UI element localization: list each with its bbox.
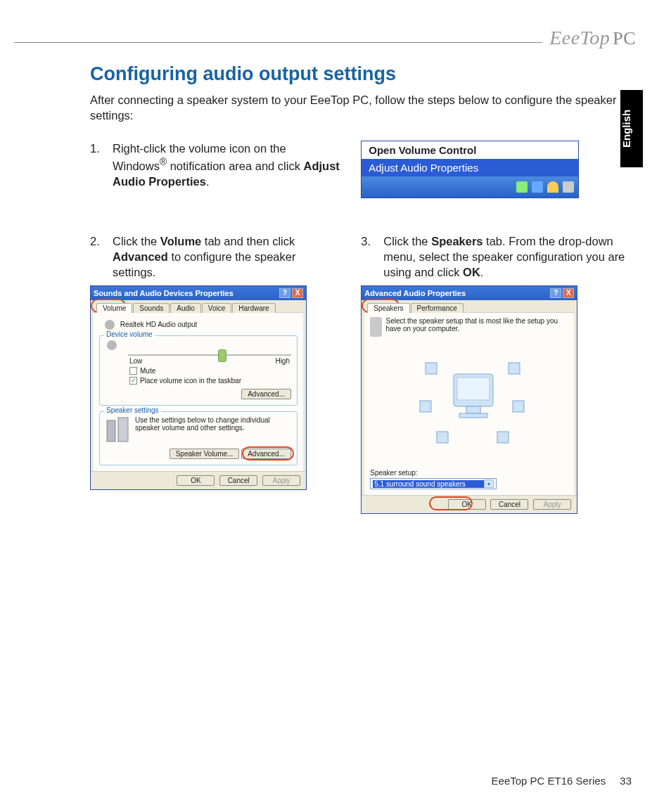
tab-volume[interactable]: Volume <box>96 303 132 313</box>
step-text: . <box>480 266 484 278</box>
dropdown-selected: 5.1 surround sound speakers <box>373 480 484 488</box>
svg-rect-7 <box>509 363 520 374</box>
superscript: ® <box>160 157 167 167</box>
audio-device-name: Realtek HD Audio output <box>120 321 198 328</box>
step-text: . <box>206 175 210 188</box>
mute-label: Mute <box>140 367 155 375</box>
page-footer: EeeTop PC ET16 Series 33 <box>492 775 632 787</box>
apply-button[interactable]: Apply <box>533 499 571 510</box>
close-button[interactable]: X <box>563 288 574 298</box>
tab-speakers[interactable]: Speakers <box>367 303 409 313</box>
menu-item-open-volume[interactable]: Open Volume Control <box>362 141 578 159</box>
step-text: Click the <box>383 235 431 247</box>
cancel-button[interactable]: Cancel <box>219 475 257 486</box>
mute-checkbox[interactable] <box>129 367 137 375</box>
step-1-text: Right-click the volume icon on the Windo… <box>113 141 340 189</box>
step-number: 2. <box>90 233 113 281</box>
svg-rect-5 <box>459 413 487 418</box>
step-text: notification area and click <box>167 159 303 172</box>
dropdown-arrow-icon: ▾ <box>484 479 494 488</box>
group-legend: Speaker settings <box>104 406 161 414</box>
svg-rect-11 <box>497 432 509 443</box>
slider-low-label: Low <box>129 357 142 365</box>
tray-icon <box>516 181 528 193</box>
tab-voice[interactable]: Voice <box>202 303 231 313</box>
tab-bar: Speakers Performance <box>364 303 574 313</box>
svg-rect-0 <box>107 420 115 442</box>
volume-slider[interactable] <box>128 354 291 356</box>
svg-rect-10 <box>437 432 448 443</box>
dialog-titlebar: Advanced Audio Properties ? X <box>362 286 577 300</box>
close-button[interactable]: X <box>292 288 303 298</box>
page-content: Configuring audio output settings After … <box>90 63 639 514</box>
step-bold: OK <box>463 266 480 278</box>
speaker-icon <box>105 320 115 330</box>
taskbar-icon-label: Place volume icon in the taskbar <box>140 377 241 385</box>
speaker-setup-label: Speaker setup: <box>370 469 568 477</box>
svg-rect-3 <box>457 378 490 400</box>
step-2: 2. Click the Volume tab and then click A… <box>90 233 340 281</box>
speaker-settings-group: Speaker settings Use the settings below … <box>99 411 298 465</box>
page-title: Configuring audio output settings <box>90 63 639 85</box>
tab-audio[interactable]: Audio <box>170 303 201 313</box>
svg-rect-1 <box>118 418 128 442</box>
speaker-volume-button[interactable]: Speaker Volume... <box>170 449 240 459</box>
step-number: 3. <box>361 233 383 281</box>
speaker-settings-desc: Use the settings below to change individ… <box>135 416 291 446</box>
apply-button[interactable]: Apply <box>262 475 300 486</box>
speaker-setup-illustration <box>370 337 568 469</box>
device-advanced-button[interactable]: Advanced... <box>241 389 291 399</box>
group-legend: Device volume <box>104 330 155 338</box>
svg-rect-9 <box>513 401 524 412</box>
speakers-icon <box>370 317 381 337</box>
tray-warning-icon <box>547 181 558 193</box>
step-bold: Advanced <box>113 250 168 263</box>
ok-button[interactable]: OK <box>177 475 215 486</box>
step-2-text: Click the Volume tab and then click Adva… <box>113 233 340 281</box>
speaker-advanced-button[interactable]: Advanced... <box>241 449 291 459</box>
menu-item-adjust-audio[interactable]: Adjust Audio Properties <box>362 159 578 176</box>
brand-logo: EeeTopPC <box>542 27 643 49</box>
tab-bar: Volume Sounds Audio Voice Hardware <box>94 303 303 313</box>
dialog-titlebar: Sounds and Audio Devices Properties ? X <box>91 286 306 300</box>
speakers-icon <box>106 416 131 446</box>
tab-sounds[interactable]: Sounds <box>133 303 170 313</box>
system-tray <box>362 176 578 198</box>
advanced-audio-dialog: Advanced Audio Properties ? X Speakers P… <box>361 285 577 514</box>
help-button[interactable]: ? <box>279 288 290 298</box>
speaker-setup-dropdown[interactable]: 5.1 surround sound speakers ▾ <box>370 478 497 489</box>
ok-button[interactable]: OK <box>448 499 486 510</box>
tray-volume-icon[interactable] <box>563 181 574 193</box>
device-volume-group: Device volume LowHigh Mute ✓Place volume… <box>99 335 298 406</box>
step-1: 1. Right-click the volume icon on the Wi… <box>90 141 340 189</box>
speaker-setup-desc: Select the speaker setup that is most li… <box>386 317 569 337</box>
step-bold: Volume <box>160 235 201 247</box>
step-3-text: Click the Speakers tab. From the drop-do… <box>383 233 639 281</box>
taskbar-icon-checkbox[interactable]: ✓ <box>129 377 137 385</box>
step-number: 1. <box>90 141 113 189</box>
step-text: tab and then click <box>201 235 295 247</box>
speaker-icon <box>107 340 117 350</box>
step-bold: Speakers <box>431 235 483 247</box>
context-menu-screenshot: Open Volume Control Adjust Audio Propert… <box>361 141 579 198</box>
intro-text: After connecting a speaker system to you… <box>90 92 639 124</box>
dialog-footer: OK Cancel Apply <box>91 471 306 489</box>
svg-rect-4 <box>466 406 480 413</box>
footer-model: EeeTop PC ET16 Series <box>492 775 606 787</box>
svg-rect-6 <box>426 363 437 374</box>
tab-performance[interactable]: Performance <box>411 303 464 313</box>
step-text: Click the <box>113 235 160 247</box>
footer-page-number: 33 <box>620 775 632 787</box>
tray-icon <box>532 181 543 193</box>
dialog-title: Advanced Audio Properties <box>364 289 549 297</box>
step-3: 3. Click the Speakers tab. From the drop… <box>361 233 639 281</box>
dialog-title: Sounds and Audio Devices Properties <box>94 289 278 297</box>
cancel-button[interactable]: Cancel <box>490 499 528 510</box>
svg-rect-8 <box>420 401 431 412</box>
help-button[interactable]: ? <box>550 288 561 298</box>
sounds-audio-dialog: Sounds and Audio Devices Properties ? X … <box>90 285 307 490</box>
dialog-footer: OK Cancel Apply <box>362 495 577 513</box>
tab-hardware[interactable]: Hardware <box>232 303 275 313</box>
slider-high-label: High <box>275 357 290 365</box>
